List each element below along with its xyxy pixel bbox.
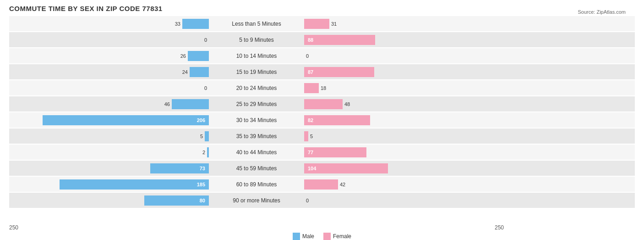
bar-row: 2610 to 14 Minutes0 xyxy=(9,48,635,63)
bar-label: 35 to 39 Minutes xyxy=(211,133,302,140)
bar-row: 33Less than 5 Minutes31 xyxy=(9,16,635,31)
bar-female: 77 xyxy=(304,147,366,157)
right-section: 82 xyxy=(302,115,504,125)
male-value-outside: 26 xyxy=(173,53,186,59)
legend-female-box xyxy=(323,233,331,240)
right-section: 18 xyxy=(302,83,504,93)
bar-row: 8090 or more Minutes0 xyxy=(9,193,635,208)
female-value-outside: 18 xyxy=(321,85,333,91)
bar-label: 15 to 19 Minutes xyxy=(211,69,302,75)
right-section: 42 xyxy=(302,179,504,190)
bar-row: 20630 to 34 Minutes82 xyxy=(9,112,635,128)
male-value-outside: 5 xyxy=(190,134,203,139)
male-value-zero: 0 xyxy=(194,85,207,91)
bar-row: 7345 to 59 Minutes104 xyxy=(9,161,635,176)
bar-label: 10 to 14 Minutes xyxy=(211,53,302,59)
female-value-outside: 5 xyxy=(310,134,323,139)
bar-female: 88 xyxy=(304,35,375,45)
bar-row: 240 to 44 Minutes77 xyxy=(9,145,635,160)
female-value: 82 xyxy=(306,117,313,123)
bar-male: 80 xyxy=(144,195,209,206)
axis-left: 250 xyxy=(9,224,211,231)
left-section: 5 xyxy=(9,131,211,141)
female-value: 77 xyxy=(306,150,313,155)
legend: Male Female xyxy=(9,233,635,240)
female-value: 87 xyxy=(306,69,313,75)
left-section: 33 xyxy=(9,19,211,29)
bar-male xyxy=(205,131,209,141)
right-section: 88 xyxy=(302,35,504,45)
title-row: COMMUTE TIME BY SEX IN ZIP CODE 77831 So… xyxy=(9,5,635,12)
right-section: 77 xyxy=(302,147,504,157)
left-section: 185 xyxy=(9,179,211,190)
right-section: 0 xyxy=(302,198,504,203)
right-section: 104 xyxy=(302,163,504,173)
female-value-zero: 0 xyxy=(306,198,319,203)
left-section: 73 xyxy=(9,163,211,173)
bar-female xyxy=(304,83,319,93)
right-section: 5 xyxy=(302,131,504,141)
source-label: Source: ZipAtlas.com xyxy=(578,9,626,15)
bar-male: 206 xyxy=(43,115,209,125)
male-value-zero: 0 xyxy=(194,37,207,43)
bar-female xyxy=(304,19,329,29)
bar-label: 90 or more Minutes xyxy=(211,197,302,204)
bar-label: 45 to 59 Minutes xyxy=(211,165,302,172)
left-section: 46 xyxy=(9,99,211,109)
left-section: 206 xyxy=(9,115,211,125)
bar-row: 2415 to 19 Minutes87 xyxy=(9,64,635,79)
bar-label: 20 to 24 Minutes xyxy=(211,85,302,91)
legend-male: Male xyxy=(293,233,314,240)
female-value-outside: 31 xyxy=(331,21,344,27)
chart-title: COMMUTE TIME BY SEX IN ZIP CODE 77831 xyxy=(9,5,635,12)
bar-row: 4625 to 29 Minutes48 xyxy=(9,96,635,112)
bar-male xyxy=(172,99,209,109)
left-section: 2 xyxy=(9,147,211,157)
legend-male-box xyxy=(293,233,300,240)
bar-label: 30 to 34 Minutes xyxy=(211,117,302,123)
male-value: 206 xyxy=(197,117,207,123)
axis-row: 250 250 xyxy=(9,224,635,231)
bar-label: 25 to 29 Minutes xyxy=(211,101,302,107)
legend-female: Female xyxy=(323,233,351,240)
bar-row: 020 to 24 Minutes18 xyxy=(9,80,635,95)
bar-female: 87 xyxy=(304,67,374,77)
right-section: 48 xyxy=(302,99,504,109)
female-value-outside: 48 xyxy=(344,101,357,107)
chart-area: 33Less than 5 Minutes3105 to 9 Minutes88… xyxy=(9,16,635,223)
bar-male xyxy=(188,51,209,61)
axis-right-label: 250 xyxy=(495,224,504,231)
bar-label: 40 to 44 Minutes xyxy=(211,149,302,156)
bar-male xyxy=(190,67,209,77)
female-value-zero: 0 xyxy=(306,53,319,59)
male-value: 73 xyxy=(200,166,207,171)
chart-container: COMMUTE TIME BY SEX IN ZIP CODE 77831 So… xyxy=(9,5,635,240)
bar-male: 185 xyxy=(60,179,209,190)
bar-male xyxy=(207,147,209,157)
bar-female: 104 xyxy=(304,163,388,173)
left-section: 0 xyxy=(9,37,211,43)
male-value-outside: 46 xyxy=(157,101,170,107)
bar-female: 82 xyxy=(304,115,370,125)
female-value: 88 xyxy=(306,37,313,43)
female-value: 104 xyxy=(306,166,316,171)
male-value-outside: 33 xyxy=(168,21,180,27)
bar-female xyxy=(304,179,338,190)
axis-left-label: 250 xyxy=(9,224,18,231)
bar-label: 60 to 89 Minutes xyxy=(211,181,302,188)
right-section: 0 xyxy=(302,53,504,59)
male-value: 185 xyxy=(197,182,207,187)
bar-female xyxy=(304,131,308,141)
bar-male xyxy=(182,19,209,29)
right-section: 31 xyxy=(302,19,504,29)
bar-label: Less than 5 Minutes xyxy=(211,21,302,27)
axis-right: 250 xyxy=(302,224,504,231)
male-value: 80 xyxy=(200,198,207,203)
bar-label: 5 to 9 Minutes xyxy=(211,37,302,43)
male-value-outside: 2 xyxy=(192,150,205,155)
bar-male: 73 xyxy=(150,163,209,173)
left-section: 0 xyxy=(9,85,211,91)
male-value-outside: 24 xyxy=(175,69,188,75)
female-value-outside: 42 xyxy=(340,182,353,187)
bar-row: 18560 to 89 Minutes42 xyxy=(9,177,635,192)
